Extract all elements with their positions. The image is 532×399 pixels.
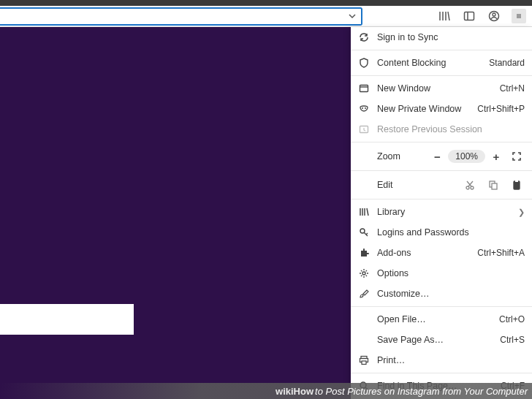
caption-text: to Post Pictures on Instagram from Your … [315,386,528,397]
menu-shortcut: Ctrl+N [500,83,525,94]
menu-label: Sign in to Sync [377,32,525,42]
restore-icon [358,123,370,135]
separator [351,373,532,373]
separator [351,170,532,171]
zoom-out-button[interactable]: − [429,148,445,164]
menu-label: Open File… [377,314,499,324]
menu-label: New Window [377,83,500,94]
menu-shortcut: Ctrl+Shift+P [477,104,525,114]
window-icon [358,83,370,94]
window-title-bar [0,0,532,6]
separator [351,199,532,200]
menu-label: Customize… [377,289,525,299]
svg-point-19 [362,272,365,275]
svg-rect-15 [492,183,497,189]
menu-open-file[interactable]: Open File… Ctrl+O [351,309,532,330]
svg-point-10 [365,107,366,109]
account-icon[interactable] [487,9,501,23]
svg-point-3 [493,13,495,16]
svg-point-12 [466,186,469,189]
menu-label: Restore Previous Session [377,124,525,134]
page-content [0,27,351,399]
menu-label: Print… [377,355,525,365]
menu-content-blocking[interactable]: Content Blocking Standard [351,53,532,73]
svg-rect-22 [362,361,366,365]
menu-shortcut: Ctrl+S [500,335,525,345]
paintbrush-icon [358,288,370,300]
gear-icon [358,267,370,279]
chevron-right-icon: ❯ [518,208,525,217]
paste-button[interactable] [509,177,525,193]
library-icon[interactable] [437,9,452,23]
menu-shortcut: Ctrl+O [499,314,525,324]
separator [351,306,532,307]
menu-restore-session: Restore Previous Session [351,119,532,140]
cut-button[interactable] [462,177,478,193]
mask-icon [358,103,370,115]
sidebar-icon[interactable] [462,9,476,23]
url-bar[interactable] [0,7,362,26]
print-icon [358,354,370,366]
svg-rect-0 [465,12,474,20]
menu-label: Logins and Passwords [377,227,525,238]
svg-point-13 [471,186,474,189]
copy-button[interactable] [485,177,501,193]
separator [351,142,532,142]
menu-label: Save Page As… [377,335,500,345]
svg-point-9 [362,107,363,109]
hamburger-menu: Sign in to Sync Content Blocking Standar… [351,27,532,399]
svg-rect-17 [515,180,518,182]
menu-options[interactable]: Options [351,263,532,284]
zoom-percent[interactable]: 100% [448,150,485,163]
menu-sign-in-sync[interactable]: Sign in to Sync [351,27,532,48]
menu-new-private-window[interactable]: New Private Window Ctrl+Shift+P [351,99,532,119]
navigation-bar [0,6,532,27]
menu-label: Content Blocking [377,58,489,68]
svg-rect-16 [514,181,520,189]
menu-new-window[interactable]: New Window Ctrl+N [351,78,532,99]
menu-label: Options [377,268,525,278]
menu-label: Add-ons [377,248,477,258]
menu-save-page[interactable]: Save Page As… Ctrl+S [351,330,532,350]
shield-icon [358,57,370,69]
menu-shortcut: Ctrl+Shift+A [477,248,525,258]
menu-zoom-row: Zoom − 100% + [351,145,532,168]
menu-label: New Private Window [377,104,477,114]
separator [351,75,532,76]
menu-print[interactable]: Print… [351,350,532,370]
toolbar-right [437,9,532,23]
caption-bar: wikiHow to Post Pictures on Instagram fr… [0,383,532,399]
separator [351,50,532,50]
menu-label: Library [377,207,518,217]
library-icon [358,206,370,218]
caption-brand: wikiHow [276,386,314,397]
menu-library[interactable]: Library ❯ [351,202,532,222]
content-box [0,304,134,335]
fullscreen-button[interactable] [509,148,525,164]
menu-edit-row: Edit [351,173,532,197]
edit-label: Edit [377,180,455,190]
svg-rect-7 [360,86,368,92]
hamburger-menu-button[interactable] [512,9,526,23]
sync-icon [358,31,370,43]
menu-logins[interactable]: Logins and Passwords [351,222,532,243]
menu-customize[interactable]: Customize… [351,284,532,304]
menu-status: Standard [489,58,525,68]
zoom-label: Zoom [377,151,429,162]
menu-addons[interactable]: Add-ons Ctrl+Shift+A [351,243,532,263]
key-icon [358,227,370,238]
chevron-down-icon[interactable] [348,12,357,20]
zoom-in-button[interactable]: + [488,148,504,164]
puzzle-icon [358,247,370,259]
